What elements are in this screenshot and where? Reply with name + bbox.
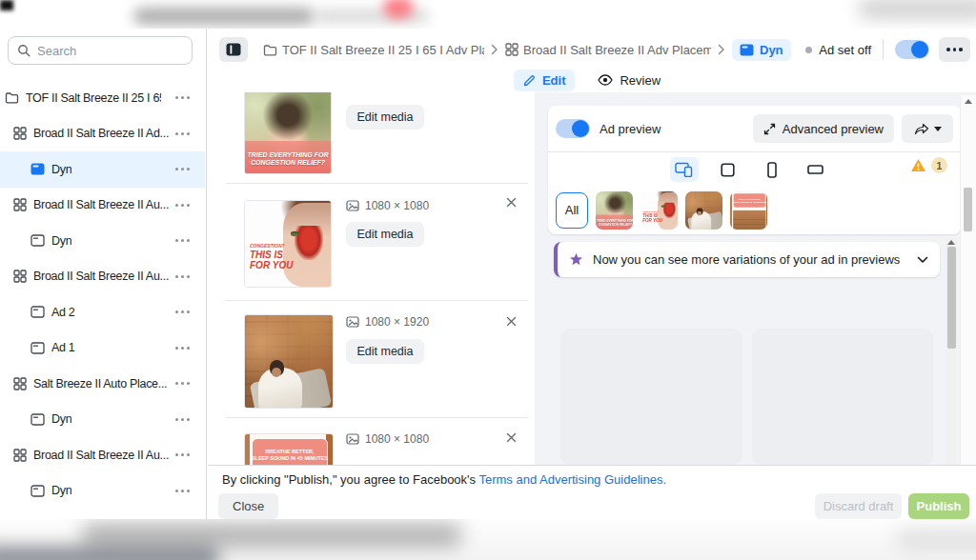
media-thumbnail[interactable]: CONGESTION? THIS IS FOR YOU: [244, 200, 332, 288]
square-format-icon: [721, 163, 735, 177]
row-options-button[interactable]: [175, 204, 190, 207]
edit-media-button[interactable]: Edit media: [346, 222, 424, 247]
breadcrumb-campaign[interactable]: TOF II Salt Breeze II 25 I 65 I Adv Plac…: [263, 43, 484, 57]
warning-triangle-icon: [910, 158, 926, 172]
ad-status-toggle[interactable]: [895, 40, 929, 59]
breadcrumb-adset[interactable]: Broad II Salt Breeze II Adv Placement II…: [505, 43, 711, 57]
ad-preview-toggle[interactable]: [556, 119, 590, 138]
tab-edit[interactable]: Edit: [514, 70, 576, 91]
search-input[interactable]: [37, 44, 171, 58]
window-scrollbar[interactable]: [960, 95, 976, 503]
ads-manager-edit-screen: TOF II Salt Breeze II 25 I 65 ... Broad …: [0, 0, 976, 560]
variations-info-banner[interactable]: Now you can see more variations of your …: [554, 242, 940, 277]
edit-media-button[interactable]: Edit media: [346, 105, 424, 130]
more-options-button[interactable]: [939, 37, 970, 62]
sidebar-item-campaign[interactable]: TOF II Salt Breeze II 25 I 65 ...: [0, 80, 205, 116]
remove-media-button[interactable]: [503, 313, 518, 329]
ad-image-text: CONGESTION RELIEF?: [599, 222, 632, 225]
row-options-button[interactable]: [175, 96, 190, 99]
ad-preview-panel: Ad preview Advanced preview: [535, 92, 976, 465]
row-options-button[interactable]: [175, 347, 190, 350]
sidebar-item-ad-selected[interactable]: Dyn: [0, 151, 205, 188]
device-landscape-button[interactable]: [802, 157, 830, 182]
variant-thumb-salt-cave[interactable]: [685, 191, 722, 230]
variant-thumb-breathe-better[interactable]: BREATHE BETTER, SLEEP SOUND IN 45 MINUTE…: [730, 191, 767, 230]
sidebar-item-label: Dyn: [51, 412, 71, 426]
device-all-formats-button[interactable]: [670, 157, 699, 182]
remove-media-button[interactable]: [503, 430, 518, 445]
sidebar-item-ad[interactable]: Dyn: [0, 473, 205, 510]
blur-blob: [0, 546, 219, 560]
variant-thumb-congestion-relief[interactable]: TRIED EVERYTHING FOR CONGESTION RELIEF?: [596, 191, 633, 230]
status-dot-icon: [805, 47, 812, 53]
advanced-preview-button[interactable]: Advanced preview: [753, 114, 894, 143]
scroll-up-arrow[interactable]: [965, 99, 972, 104]
row-options-button[interactable]: [175, 310, 190, 313]
scroll-up-arrow[interactable]: [947, 240, 955, 245]
chevron-right-icon: [491, 44, 498, 55]
adset-icon: [13, 270, 27, 283]
ad-image-congestion-relief: TRIED EVERYTHING FOR CONGESTION RELIEF?: [245, 92, 331, 174]
scrollbar-thumb[interactable]: [947, 247, 956, 349]
close-button[interactable]: Close: [218, 493, 278, 519]
row-options-button[interactable]: [175, 132, 190, 135]
media-thumbnail[interactable]: [244, 314, 334, 409]
sidebar-item-adset[interactable]: Broad II Salt Breeze II Au...: [0, 259, 205, 295]
row-options-button[interactable]: [175, 275, 190, 278]
sidebar-collapse-button[interactable]: [219, 37, 248, 62]
variant-all-button[interactable]: All: [556, 192, 588, 229]
scrollbar-thumb[interactable]: [964, 188, 972, 231]
blur-blob: [81, 523, 462, 548]
row-options-button[interactable]: [175, 168, 190, 170]
publish-button[interactable]: Publish: [908, 493, 969, 519]
sidebar-item-adset[interactable]: Broad II Salt Breeze II Ad...: [0, 116, 205, 152]
ad-icon: [30, 485, 45, 497]
preview-scrollbar[interactable]: [946, 238, 957, 465]
breadcrumb-ad-current[interactable]: Dyn: [732, 39, 791, 61]
ad-icon-blue: [740, 44, 754, 56]
phone-portrait-icon: [767, 162, 777, 178]
chevron-down-icon[interactable]: [917, 256, 928, 264]
divider: [883, 39, 884, 60]
breadcrumb-label: Broad II Salt Breeze II Adv Placement II…: [523, 43, 711, 57]
row-options-button[interactable]: [175, 239, 190, 242]
ad-icon: [30, 234, 45, 247]
terms-link[interactable]: Terms and Advertising Guidelines.: [478, 472, 666, 487]
ad-preview-label: Ad preview: [600, 122, 661, 136]
media-thumbnail[interactable]: BREATHE BETTER, SLEEP SOUND IN 45 MINUTE…: [244, 433, 334, 465]
row-options-button[interactable]: [175, 382, 190, 385]
row-options-button[interactable]: [175, 418, 190, 421]
media-thumbnail[interactable]: TRIED EVERYTHING FOR CONGESTION RELIEF?: [244, 92, 332, 174]
sidebar-item-ad[interactable]: Dyn: [0, 402, 205, 438]
variant-thumb-this-is-for-you[interactable]: CONGESTION? THIS IS FOR YOU: [640, 191, 678, 230]
row-options-button[interactable]: [175, 490, 190, 492]
folder-icon: [263, 44, 277, 56]
sidebar-item-ad[interactable]: Dyn: [0, 223, 205, 259]
sidebar-item-adset[interactable]: Broad II Salt Breeze II Au...: [0, 188, 205, 224]
discard-draft-button[interactable]: Discard draft: [815, 493, 902, 519]
media-size-label: 1080 × 1080: [346, 199, 429, 212]
share-button[interactable]: [902, 114, 953, 143]
media-row: CONGESTION? THIS IS FOR YOU 1080 × 1080 …: [226, 185, 528, 301]
preview-placeholder: [560, 329, 742, 465]
row-options-button[interactable]: [175, 453, 190, 456]
sidebar-item-adset[interactable]: Salt Breeze II Auto Place...: [0, 366, 205, 402]
search-box[interactable]: [8, 36, 193, 65]
sidebar-item-adset[interactable]: Broad II Salt Breeze II Au...: [0, 437, 205, 473]
preview-warnings[interactable]: 1: [910, 157, 947, 173]
sidebar-item-ad[interactable]: Ad 1: [0, 330, 205, 367]
sidebar-item-ad[interactable]: Ad 2: [0, 294, 205, 330]
blur-blob: [858, 0, 976, 19]
tab-review[interactable]: Review: [588, 70, 670, 91]
media-size-text: 1080 × 1920: [365, 315, 429, 329]
device-phone-button[interactable]: [758, 157, 786, 182]
adset-icon: [13, 127, 27, 140]
edit-media-button[interactable]: Edit media: [346, 339, 424, 364]
campaign-tree-sidebar: TOF II Salt Breeze II 25 I 65 ... Broad …: [0, 29, 207, 519]
banner-text: Now you can see more variations of your …: [593, 252, 907, 267]
image-icon: [346, 316, 359, 328]
device-square-button[interactable]: [714, 157, 742, 182]
remove-media-button[interactable]: [503, 194, 518, 210]
media-size-label: 1080 × 1080: [346, 432, 429, 446]
ad-image-breathe-better: BREATHE BETTER, SLEEP SOUND IN 45 MINUTE…: [245, 434, 334, 465]
